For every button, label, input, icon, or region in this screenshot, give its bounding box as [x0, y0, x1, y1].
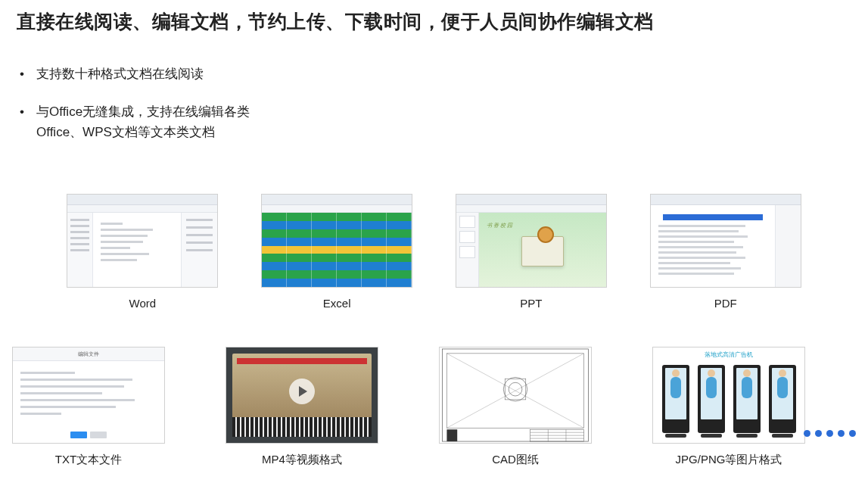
format-cell-ppt: 书 香 校 园 PPT: [456, 194, 607, 310]
format-cell-mp4: MP4等视频格式: [226, 347, 378, 467]
caption-word: Word: [129, 297, 157, 310]
jpg-header-label: 落地式高清广告机: [653, 347, 804, 362]
ppt-thumbnail: 书 香 校 园: [456, 194, 607, 288]
caption-txt: TXT文本文件: [55, 453, 122, 467]
svg-rect-6: [505, 379, 526, 400]
slide-title: 直接在线阅读、编辑文档，节约上传、下载时间，便于人员间协作编辑文档: [17, 9, 654, 34]
txt-buttons: [70, 432, 107, 438]
format-cell-excel: Excel: [261, 194, 412, 310]
cad-thumbnail: [439, 347, 592, 444]
dot-icon: [804, 430, 810, 437]
mp4-thumbnail: [226, 347, 378, 444]
confirm-button[interactable]: [70, 432, 87, 438]
caption-excel: Excel: [323, 297, 351, 310]
dot-icon: [838, 430, 845, 437]
dot-icon: [849, 430, 856, 437]
jpg-thumbnail: 落地式高清广告机: [652, 347, 805, 444]
caption-jpg: JPG/PNG等图片格式: [676, 453, 782, 467]
svg-point-4: [503, 377, 527, 401]
dot-icon: [826, 430, 833, 437]
svg-rect-13: [446, 429, 457, 441]
txt-thumbnail: 编辑文件: [12, 347, 165, 444]
txt-header-label: 编辑文件: [13, 347, 164, 361]
format-cell-word: Word: [67, 194, 218, 310]
format-row-2: 编辑文件 TXT文本文件 MP4等视频格式: [0, 347, 868, 467]
caption-ppt: PPT: [520, 297, 542, 310]
pdf-thumbnail: [650, 194, 801, 288]
format-cell-cad: CAD图纸: [439, 347, 592, 467]
format-cell-jpg: 落地式高清广告机 JPG/PNG等图片格式: [652, 347, 805, 467]
bullet-item: 支持数十种格式文档在线阅读: [20, 64, 292, 84]
bullet-item: 与Office无缝集成，支持在线编辑各类Office、WPS文档等文本类文档: [20, 102, 292, 142]
bullet-list: 支持数十种格式文档在线阅读 与Office无缝集成，支持在线编辑各类Office…: [20, 64, 292, 160]
play-icon[interactable]: [289, 379, 315, 404]
caption-mp4: MP4等视频格式: [262, 453, 342, 467]
dot-icon: [815, 430, 822, 437]
caption-pdf: PDF: [714, 297, 737, 310]
format-cell-txt: 编辑文件 TXT文本文件: [12, 347, 165, 467]
caption-cad: CAD图纸: [492, 453, 539, 467]
page-dots: [804, 430, 856, 437]
excel-thumbnail: [261, 194, 412, 288]
svg-point-5: [509, 382, 522, 396]
format-row-1: Word Excel 书 香 校 园: [0, 194, 868, 310]
word-thumbnail: [67, 194, 218, 288]
format-cell-pdf: PDF: [650, 194, 801, 310]
cancel-button[interactable]: [90, 432, 107, 438]
